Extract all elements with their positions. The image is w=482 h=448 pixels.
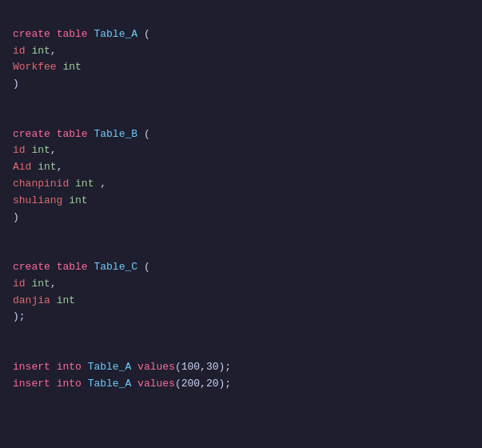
line-16: );	[13, 310, 26, 322]
code-editor: create table Table_A ( id int, Workfee i…	[13, 10, 469, 448]
line-4: )	[13, 78, 19, 90]
line-10: shuliang int	[13, 194, 88, 206]
line-13: create table Table_C (	[13, 261, 150, 273]
line-3: Workfee int	[13, 61, 82, 73]
blank-line	[13, 392, 469, 409]
line-2: id int,	[13, 45, 57, 57]
line-14: id int,	[13, 278, 57, 290]
line-18: insert into Table_A values(100,30);	[13, 361, 231, 373]
blank-line	[13, 426, 469, 442]
blank-line	[13, 93, 469, 110]
line-6: create table Table_B (	[13, 128, 150, 140]
blank-line	[13, 326, 469, 342]
line-15: danjia int	[13, 294, 75, 306]
blank-line	[13, 226, 469, 242]
line-19: insert into Table_A values(200,20);	[13, 378, 231, 390]
line-8: Aid int,	[13, 161, 62, 173]
line-11: )	[13, 211, 19, 223]
line-7: id int,	[13, 144, 57, 156]
line-1: create table Table_A (	[13, 28, 150, 40]
line-9: chanpinid int ,	[13, 178, 106, 190]
